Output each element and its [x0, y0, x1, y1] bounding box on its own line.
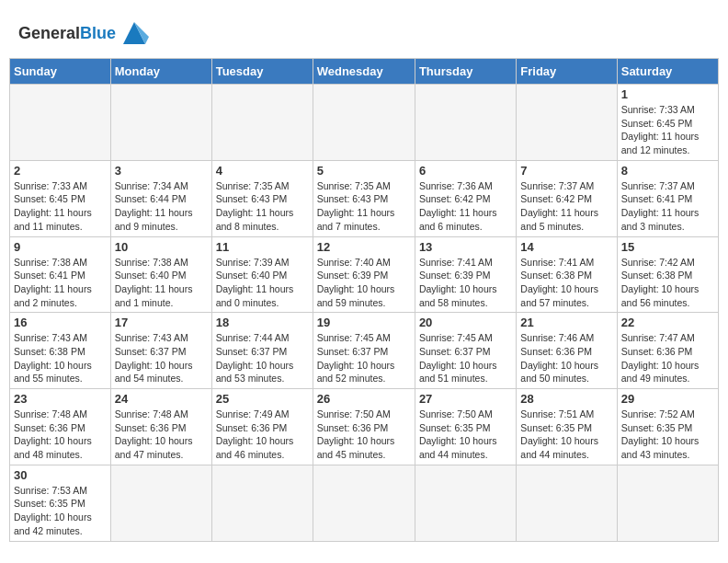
calendar-day-cell — [617, 465, 718, 541]
day-info: Sunrise: 7:40 AM Sunset: 6:39 PM Dayligh… — [317, 256, 411, 310]
weekday-header-thursday: Thursday — [415, 59, 516, 85]
day-number: 24 — [115, 392, 208, 406]
day-info: Sunrise: 7:33 AM Sunset: 6:45 PM Dayligh… — [14, 179, 107, 234]
calendar-day-cell: 9Sunrise: 7:38 AM Sunset: 6:41 PM Daylig… — [10, 236, 111, 313]
calendar-week-row: 23Sunrise: 7:48 AM Sunset: 6:36 PM Dayli… — [10, 389, 719, 465]
day-number: 6 — [419, 164, 512, 178]
day-info: Sunrise: 7:45 AM Sunset: 6:37 PM Dayligh… — [419, 331, 512, 385]
weekday-header-saturday: Saturday — [617, 59, 718, 85]
day-number: 26 — [317, 392, 411, 406]
calendar-week-row: 1Sunrise: 7:33 AM Sunset: 6:45 PM Daylig… — [10, 85, 719, 161]
calendar-day-cell — [10, 85, 111, 161]
calendar-day-cell — [517, 465, 617, 541]
day-info: Sunrise: 7:34 AM Sunset: 6:44 PM Dayligh… — [115, 179, 208, 234]
day-info: Sunrise: 7:50 AM Sunset: 6:36 PM Dayligh… — [317, 408, 411, 462]
day-number: 27 — [419, 392, 512, 406]
day-info: Sunrise: 7:35 AM Sunset: 6:43 PM Dayligh… — [317, 179, 411, 234]
day-number: 15 — [621, 240, 714, 254]
day-number: 12 — [317, 240, 411, 254]
day-info: Sunrise: 7:38 AM Sunset: 6:41 PM Dayligh… — [14, 256, 107, 310]
day-number: 30 — [14, 468, 107, 482]
calendar-day-cell: 6Sunrise: 7:36 AM Sunset: 6:42 PM Daylig… — [415, 160, 516, 236]
day-info: Sunrise: 7:41 AM Sunset: 6:39 PM Dayligh… — [419, 256, 512, 310]
day-info: Sunrise: 7:41 AM Sunset: 6:38 PM Dayligh… — [520, 256, 612, 310]
calendar-day-cell: 2Sunrise: 7:33 AM Sunset: 6:45 PM Daylig… — [10, 160, 111, 236]
logo-text: GeneralBlue — [18, 24, 116, 43]
weekday-header-friday: Friday — [517, 59, 617, 85]
day-number: 2 — [14, 164, 107, 178]
calendar-table: SundayMondayTuesdayWednesdayThursdayFrid… — [9, 58, 719, 542]
calendar-day-cell: 7Sunrise: 7:37 AM Sunset: 6:42 PM Daylig… — [517, 160, 617, 236]
calendar-day-cell: 25Sunrise: 7:49 AM Sunset: 6:36 PM Dayli… — [211, 389, 313, 465]
day-info: Sunrise: 7:51 AM Sunset: 6:35 PM Dayligh… — [520, 408, 612, 462]
day-number: 19 — [317, 316, 411, 329]
calendar-day-cell: 29Sunrise: 7:52 AM Sunset: 6:35 PM Dayli… — [617, 389, 718, 465]
calendar-day-cell — [110, 85, 211, 161]
day-info: Sunrise: 7:37 AM Sunset: 6:42 PM Dayligh… — [520, 179, 612, 234]
calendar-day-cell: 18Sunrise: 7:44 AM Sunset: 6:37 PM Dayli… — [211, 313, 313, 389]
calendar-day-cell: 5Sunrise: 7:35 AM Sunset: 6:43 PM Daylig… — [313, 160, 415, 236]
day-info: Sunrise: 7:33 AM Sunset: 6:45 PM Dayligh… — [621, 103, 714, 157]
day-info: Sunrise: 7:43 AM Sunset: 6:38 PM Dayligh… — [14, 331, 107, 385]
day-number: 4 — [216, 164, 309, 178]
calendar-day-cell — [211, 465, 313, 541]
day-number: 25 — [216, 392, 309, 406]
calendar-day-cell: 21Sunrise: 7:46 AM Sunset: 6:36 PM Dayli… — [517, 313, 617, 389]
calendar-week-row: 30Sunrise: 7:53 AM Sunset: 6:35 PM Dayli… — [10, 465, 719, 541]
day-number: 1 — [621, 87, 714, 101]
logo-icon — [119, 18, 149, 48]
day-number: 5 — [317, 164, 411, 178]
day-number: 22 — [621, 316, 714, 329]
logo-blue: Blue — [80, 24, 116, 42]
calendar-day-cell — [517, 85, 617, 161]
calendar-day-cell: 27Sunrise: 7:50 AM Sunset: 6:35 PM Dayli… — [415, 389, 516, 465]
calendar-day-cell: 19Sunrise: 7:45 AM Sunset: 6:37 PM Dayli… — [313, 313, 415, 389]
day-info: Sunrise: 7:44 AM Sunset: 6:37 PM Dayligh… — [216, 331, 309, 385]
day-number: 3 — [115, 164, 208, 178]
calendar-day-cell — [211, 85, 313, 161]
calendar-day-cell: 22Sunrise: 7:47 AM Sunset: 6:36 PM Dayli… — [617, 313, 718, 389]
day-info: Sunrise: 7:45 AM Sunset: 6:37 PM Dayligh… — [317, 331, 411, 385]
calendar-day-cell: 4Sunrise: 7:35 AM Sunset: 6:43 PM Daylig… — [211, 160, 313, 236]
day-number: 13 — [419, 240, 512, 254]
calendar-day-cell: 28Sunrise: 7:51 AM Sunset: 6:35 PM Dayli… — [517, 389, 617, 465]
calendar-day-cell: 20Sunrise: 7:45 AM Sunset: 6:37 PM Dayli… — [415, 313, 516, 389]
weekday-header-sunday: Sunday — [10, 59, 111, 85]
day-info: Sunrise: 7:49 AM Sunset: 6:36 PM Dayligh… — [216, 408, 309, 462]
calendar-day-cell: 12Sunrise: 7:40 AM Sunset: 6:39 PM Dayli… — [313, 236, 415, 313]
day-info: Sunrise: 7:36 AM Sunset: 6:42 PM Dayligh… — [419, 179, 512, 234]
calendar-day-cell: 11Sunrise: 7:39 AM Sunset: 6:40 PM Dayli… — [211, 236, 313, 313]
day-number: 21 — [520, 316, 612, 329]
calendar-day-cell — [313, 465, 415, 541]
calendar-day-cell: 23Sunrise: 7:48 AM Sunset: 6:36 PM Dayli… — [10, 389, 111, 465]
day-info: Sunrise: 7:48 AM Sunset: 6:36 PM Dayligh… — [115, 408, 208, 462]
logo: GeneralBlue — [18, 18, 149, 48]
calendar-day-cell: 13Sunrise: 7:41 AM Sunset: 6:39 PM Dayli… — [415, 236, 516, 313]
day-info: Sunrise: 7:47 AM Sunset: 6:36 PM Dayligh… — [621, 331, 714, 385]
calendar-week-row: 2Sunrise: 7:33 AM Sunset: 6:45 PM Daylig… — [10, 160, 719, 236]
day-number: 8 — [621, 164, 714, 178]
day-number: 28 — [520, 392, 612, 406]
day-number: 23 — [14, 392, 107, 406]
page-header: GeneralBlue — [9, 9, 719, 52]
day-info: Sunrise: 7:43 AM Sunset: 6:37 PM Dayligh… — [115, 331, 208, 385]
calendar-day-cell: 1Sunrise: 7:33 AM Sunset: 6:45 PM Daylig… — [617, 85, 718, 161]
calendar-day-cell — [415, 85, 516, 161]
day-info: Sunrise: 7:53 AM Sunset: 6:35 PM Dayligh… — [14, 484, 107, 538]
calendar-day-cell: 26Sunrise: 7:50 AM Sunset: 6:36 PM Dayli… — [313, 389, 415, 465]
day-number: 29 — [621, 392, 714, 406]
calendar-day-cell: 3Sunrise: 7:34 AM Sunset: 6:44 PM Daylig… — [110, 160, 211, 236]
calendar-day-cell: 30Sunrise: 7:53 AM Sunset: 6:35 PM Dayli… — [10, 465, 111, 541]
weekday-header-monday: Monday — [110, 59, 211, 85]
day-info: Sunrise: 7:42 AM Sunset: 6:38 PM Dayligh… — [621, 256, 714, 310]
calendar-day-cell — [415, 465, 516, 541]
weekday-header-row: SundayMondayTuesdayWednesdayThursdayFrid… — [10, 59, 719, 85]
day-info: Sunrise: 7:48 AM Sunset: 6:36 PM Dayligh… — [14, 408, 107, 462]
logo-general: General — [18, 24, 80, 42]
day-info: Sunrise: 7:37 AM Sunset: 6:41 PM Dayligh… — [621, 179, 714, 234]
day-number: 10 — [115, 240, 208, 254]
day-info: Sunrise: 7:35 AM Sunset: 6:43 PM Dayligh… — [216, 179, 309, 234]
calendar-day-cell: 24Sunrise: 7:48 AM Sunset: 6:36 PM Dayli… — [110, 389, 211, 465]
calendar-day-cell: 16Sunrise: 7:43 AM Sunset: 6:38 PM Dayli… — [10, 313, 111, 389]
day-info: Sunrise: 7:52 AM Sunset: 6:35 PM Dayligh… — [621, 408, 714, 462]
